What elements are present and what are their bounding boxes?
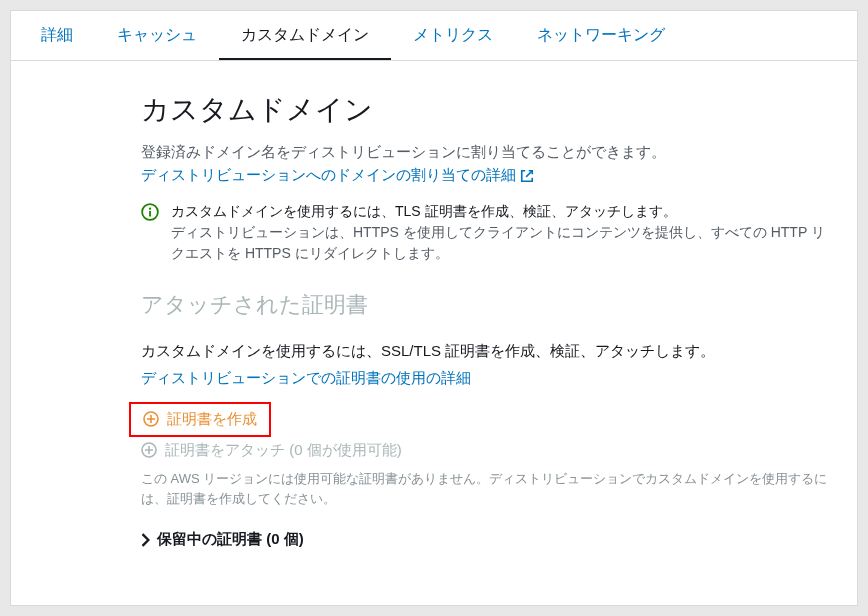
main-content: カスタムドメイン 登録済みドメイン名をディストリビューションに割り当てることがで…	[11, 61, 831, 550]
info-text-primary: カスタムドメインを使用するには、TLS 証明書を作成、検証、アタッチします。	[171, 201, 831, 222]
info-text-secondary: ディストリビューションは、HTTPS を使用してクライアントにコンテンツを提供し…	[171, 222, 831, 264]
tab-networking[interactable]: ネットワーキング	[515, 11, 687, 60]
create-cert-button[interactable]: 証明書を作成	[129, 402, 271, 437]
page-title: カスタムドメイン	[141, 91, 831, 129]
cert-usage-link[interactable]: ディストリビューションでの証明書の使用の詳細	[141, 369, 471, 388]
create-cert-label: 証明書を作成	[167, 410, 257, 429]
no-cert-footnote: この AWS リージョンには使用可能な証明書がありません。ディストリビューション…	[141, 469, 831, 508]
assign-domain-link-text: ディストリビューションへのドメインの割り当ての詳細	[141, 166, 516, 185]
tab-details[interactable]: 詳細	[19, 11, 95, 60]
page-container: 詳細 キャッシュ カスタムドメイン メトリクス ネットワーキング カスタムドメイ…	[10, 10, 858, 606]
chevron-right-icon	[141, 533, 151, 547]
attached-cert-description: カスタムドメインを使用するには、SSL/TLS 証明書を作成、検証、アタッチしま…	[141, 340, 831, 363]
external-link-icon	[520, 169, 534, 183]
attach-cert-button: 証明書をアタッチ (0 個が使用可能)	[141, 441, 402, 460]
tab-cache[interactable]: キャッシュ	[95, 11, 219, 60]
plus-icon-disabled	[141, 442, 157, 458]
attach-cert-label: 証明書をアタッチ (0 個が使用可能)	[165, 441, 402, 460]
svg-rect-2	[149, 211, 151, 217]
page-subtitle: 登録済みドメイン名をディストリビューションに割り当てることができます。	[141, 143, 831, 162]
tab-custom-domain[interactable]: カスタムドメイン	[219, 11, 391, 60]
svg-point-1	[149, 208, 151, 210]
pending-cert-label: 保留中の証明書 (0 個)	[157, 530, 304, 549]
tab-metrics[interactable]: メトリクス	[391, 11, 515, 60]
cert-actions: 証明書を作成 証明書をアタッチ (0 個が使用可能) この AWS リージョンに…	[141, 402, 831, 509]
info-icon	[141, 203, 159, 221]
info-box: カスタムドメインを使用するには、TLS 証明書を作成、検証、アタッチします。 デ…	[141, 201, 831, 264]
attached-cert-heading: アタッチされた証明書	[141, 290, 831, 320]
plus-icon	[143, 411, 159, 427]
assign-domain-link[interactable]: ディストリビューションへのドメインの割り当ての詳細	[141, 166, 534, 185]
pending-cert-toggle[interactable]: 保留中の証明書 (0 個)	[141, 530, 304, 549]
tab-bar: 詳細 キャッシュ カスタムドメイン メトリクス ネットワーキング	[11, 11, 857, 61]
cert-usage-link-text: ディストリビューションでの証明書の使用の詳細	[141, 369, 471, 388]
